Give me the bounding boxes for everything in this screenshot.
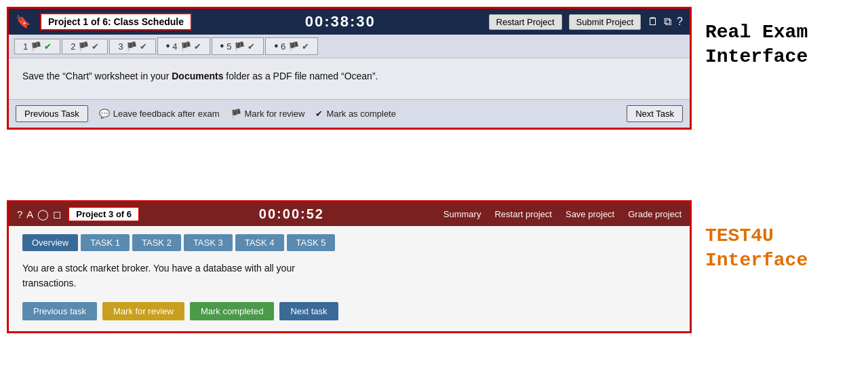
tab-task4[interactable]: TASK 4 [235, 234, 284, 251]
window-icon[interactable]: ⧉ [664, 16, 671, 28]
test4u-header-icons: ? A ◯ ◻ [17, 208, 61, 221]
tab-5-flag-icon: 🏴 [234, 41, 245, 52]
real-exam-label-line1: Real Exam [705, 20, 854, 45]
flag-icon: 🏴 [231, 109, 241, 119]
tab-1-flag-icon: 🏴 [31, 41, 41, 52]
test4u-title-box: Project 3 of 6 [68, 206, 140, 222]
mark-for-review-button[interactable]: 🏴 Mark for review [231, 109, 305, 119]
clipboard-icon[interactable]: 🗒 [648, 16, 658, 28]
help-icon[interactable]: ? [677, 16, 683, 28]
previous-task-button[interactable]: Previous task [22, 302, 97, 320]
next-task-button[interactable]: Next task [279, 302, 338, 320]
mark-as-complete-button[interactable]: ✔ Mark as complete [315, 109, 396, 119]
restart-project-button[interactable]: Restart Project [489, 14, 562, 30]
tab-task-4[interactable]: • 4 🏴 ✔ [157, 37, 210, 55]
test4u-section: ? A ◯ ◻ Project 3 of 6 00:00:52 Summary … [7, 200, 692, 333]
previous-task-button[interactable]: Previous Task [16, 105, 88, 122]
save-project-link[interactable]: Save project [566, 209, 614, 219]
feedback-icon: 💬 [99, 109, 110, 119]
real-exam-section: 🔖 Project 1 of 6: Class Schedule 00:38:3… [7, 7, 692, 130]
tab-task2[interactable]: TASK 2 [132, 234, 181, 251]
tab-task1[interactable]: TASK 1 [81, 234, 130, 251]
leave-feedback-button[interactable]: 💬 Leave feedback after exam [99, 109, 220, 119]
tab-task3[interactable]: TASK 3 [184, 234, 233, 251]
test4u-interface: ? A ◯ ◻ Project 3 of 6 00:00:52 Summary … [7, 200, 692, 333]
tab-5-label: 5 [226, 41, 231, 52]
exam-header: 🔖 Project 1 of 6: Class Schedule 00:38:3… [9, 9, 690, 35]
tab-4-label: 4 [172, 41, 177, 52]
mark-for-review-button[interactable]: Mark for review [102, 302, 184, 320]
tab-task-3[interactable]: 3 🏴 ✔ [109, 39, 155, 54]
test4u-description: You are a stock market broker. You have … [22, 261, 676, 291]
tab-2-flag-icon: 🏴 [78, 41, 89, 52]
test4u-help-icon[interactable]: ? [17, 208, 22, 221]
tab-2-label: 2 [71, 41, 75, 52]
tab-task-5[interactable]: • 5 🏴 ✔ [212, 37, 264, 55]
test4u-footer: Previous task Mark for review Mark compl… [22, 302, 676, 320]
summary-link[interactable]: Summary [443, 209, 481, 219]
test4u-nav-links: Summary Restart project Save project Gra… [443, 209, 682, 219]
test4u-square-icon[interactable]: ◻ [53, 208, 61, 221]
exam-toolbar-icons: 🗒 ⧉ ? [648, 16, 683, 28]
test4u-label: TEST4U Interface [705, 224, 854, 274]
real-exam-label: Real Exam Interface [705, 20, 854, 70]
tab-5-dot: • [220, 40, 224, 52]
test4u-header: ? A ◯ ◻ Project 3 of 6 00:00:52 Summary … [9, 202, 690, 226]
tab-3-flag-icon: 🏴 [126, 41, 137, 52]
task-tabs: 1 🏴 ✔ 2 🏴 ✔ 3 🏴 ✔ • 4 🏴 ✔ [9, 35, 690, 58]
task-footer: Previous Task 💬 Leave feedback after exa… [9, 99, 690, 128]
tab-4-dot: • [166, 40, 170, 52]
test4u-label-line2: Interface [705, 248, 854, 273]
test4u-body: Overview TASK 1 TASK 2 TASK 3 TASK 4 TAS… [9, 226, 690, 331]
bookmark-icon: 🔖 [16, 14, 31, 29]
next-task-button[interactable]: Next Task [627, 105, 683, 122]
tab-task-6[interactable]: • 6 🏴 ✔ [265, 37, 318, 55]
tab-6-dot: • [274, 40, 278, 52]
tab-6-check-icon: ✔ [302, 41, 309, 52]
tab-task-2[interactable]: 2 🏴 ✔ [62, 39, 108, 54]
task-description: Save the “Chart” worksheet in your Docum… [22, 69, 676, 83]
test4u-label-line1: TEST4U [705, 224, 854, 248]
tab-4-flag-icon: 🏴 [180, 41, 191, 52]
exam-interface: 🔖 Project 1 of 6: Class Schedule 00:38:3… [7, 7, 692, 130]
check-icon: ✔ [315, 109, 323, 119]
tab-task-1[interactable]: 1 🏴 ✔ [14, 39, 60, 54]
tab-3-check-icon: ✔ [140, 41, 147, 52]
tab-6-label: 6 [281, 41, 285, 52]
tab-1-check-icon: ✔ [44, 41, 52, 52]
tab-3-label: 3 [118, 41, 123, 52]
restart-project-link[interactable]: Restart project [494, 209, 552, 219]
tab-4-check-icon: ✔ [194, 41, 201, 52]
mark-completed-button[interactable]: Mark completed [190, 302, 274, 320]
tab-5-check-icon: ✔ [248, 41, 255, 52]
exam-title-box: Project 1 of 6: Class Schedule [40, 13, 192, 31]
exam-timer: 00:38:30 [199, 13, 482, 31]
tab-1-label: 1 [23, 41, 28, 52]
task-content-area: Save the “Chart” worksheet in your Docum… [9, 58, 690, 99]
tab-overview[interactable]: Overview [22, 234, 78, 251]
tab-task5[interactable]: TASK 5 [287, 234, 336, 251]
grade-project-link[interactable]: Grade project [628, 209, 682, 219]
submit-project-button[interactable]: Submit Project [569, 14, 642, 30]
test4u-tabs: Overview TASK 1 TASK 2 TASK 3 TASK 4 TAS… [22, 234, 676, 251]
tab-6-flag-icon: 🏴 [288, 41, 299, 52]
test4u-a-icon[interactable]: A [26, 208, 33, 221]
test4u-timer: 00:00:52 [146, 206, 437, 222]
test4u-circle-icon[interactable]: ◯ [37, 208, 49, 221]
tab-2-check-icon: ✔ [92, 41, 99, 52]
real-exam-label-line2: Interface [705, 45, 854, 69]
